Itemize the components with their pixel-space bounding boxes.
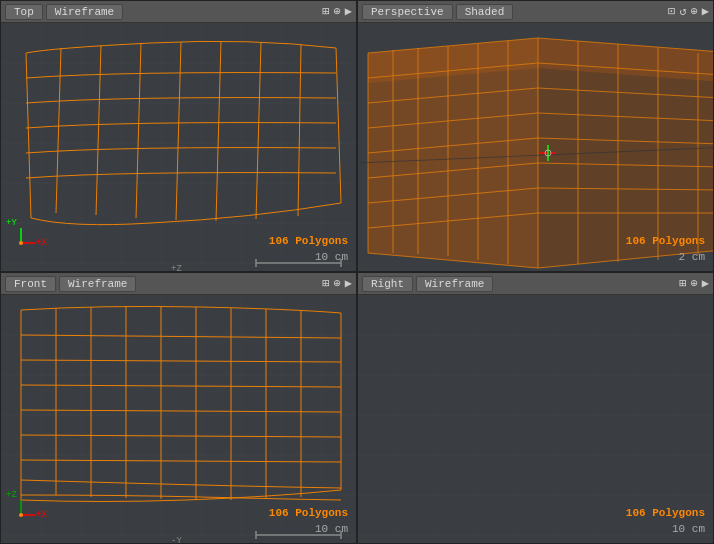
zoom-icon[interactable]: ⊕ bbox=[334, 4, 341, 19]
svg-point-93 bbox=[19, 513, 23, 517]
scale-right: 10 cm bbox=[672, 523, 705, 535]
scale-top: 10 cm bbox=[315, 251, 348, 263]
header-icons-top: ⊞ ⊕ ▶ bbox=[322, 4, 352, 19]
maximize-icon[interactable]: ⊞ bbox=[322, 4, 329, 19]
svg-text:-Y: -Y bbox=[171, 536, 182, 543]
svg-rect-100 bbox=[358, 295, 713, 543]
svg-rect-76 bbox=[1, 295, 356, 543]
view-name-top[interactable]: Top bbox=[5, 4, 43, 20]
canvas-perspective: 106 Polygons 2 cm bbox=[358, 23, 713, 271]
zoom-icon-p[interactable]: ⊕ bbox=[691, 4, 698, 19]
scale-perspective: 2 cm bbox=[679, 251, 705, 263]
svg-text:+Z: +Z bbox=[171, 264, 182, 271]
svg-text:+X: +X bbox=[36, 510, 47, 520]
viewport-header-right: Right Wireframe ⊞ ⊕ ▶ bbox=[358, 273, 713, 295]
refresh-icon[interactable]: ↺ bbox=[679, 4, 686, 19]
viewport-grid: Top Wireframe ⊞ ⊕ ▶ bbox=[0, 0, 714, 544]
view-mode-front[interactable]: Wireframe bbox=[59, 276, 136, 292]
menu-icon[interactable]: ▶ bbox=[345, 4, 352, 19]
zoom-icon-f[interactable]: ⊕ bbox=[334, 276, 341, 291]
viewport-front[interactable]: Front Wireframe ⊞ ⊕ ▶ bbox=[0, 272, 357, 544]
viewport-top[interactable]: Top Wireframe ⊞ ⊕ ▶ bbox=[0, 0, 357, 272]
maximize-icon-r[interactable]: ⊞ bbox=[679, 276, 686, 291]
menu-icon-p[interactable]: ▶ bbox=[702, 4, 709, 19]
header-icons-perspective: ⊡ ↺ ⊕ ▶ bbox=[668, 4, 709, 19]
header-icons-right: ⊞ ⊕ ▶ bbox=[679, 276, 709, 291]
svg-text:+X: +X bbox=[36, 238, 47, 248]
view-mode-top[interactable]: Wireframe bbox=[46, 4, 123, 20]
polygons-front: 106 Polygons bbox=[269, 507, 348, 519]
svg-text:+Y: +Y bbox=[6, 218, 17, 228]
polygons-perspective: 106 Polygons bbox=[626, 235, 705, 247]
view-name-front[interactable]: Front bbox=[5, 276, 56, 292]
camera-icon[interactable]: ⊡ bbox=[668, 4, 675, 19]
header-icons-front: ⊞ ⊕ ▶ bbox=[322, 276, 352, 291]
menu-icon-r[interactable]: ▶ bbox=[702, 276, 709, 291]
svg-text:+Z: +Z bbox=[6, 490, 17, 500]
canvas-top: +X +Y +Z 106 Polygons 10 cm bbox=[1, 23, 356, 271]
viewport-header-perspective: Perspective Shaded ⊡ ↺ ⊕ ▶ bbox=[358, 1, 713, 23]
viewport-header-top: Top Wireframe ⊞ ⊕ ▶ bbox=[1, 1, 356, 23]
view-name-perspective[interactable]: Perspective bbox=[362, 4, 453, 20]
scale-front: 10 cm bbox=[315, 523, 348, 535]
zoom-icon-r[interactable]: ⊕ bbox=[691, 276, 698, 291]
canvas-front: +X +Z -Y 106 Polygons 10 cm bbox=[1, 295, 356, 543]
viewport-right[interactable]: Right Wireframe ⊞ ⊕ ▶ bbox=[357, 272, 714, 544]
polygons-right: 106 Polygons bbox=[626, 507, 705, 519]
view-mode-right[interactable]: Wireframe bbox=[416, 276, 493, 292]
viewport-perspective[interactable]: Perspective Shaded ⊡ ↺ ⊕ ▶ bbox=[357, 0, 714, 272]
polygons-top: 106 Polygons bbox=[269, 235, 348, 247]
svg-point-17 bbox=[19, 241, 23, 245]
canvas-right: +Y +Z -Y 106 Polygons 10 cm bbox=[358, 295, 713, 543]
view-mode-perspective[interactable]: Shaded bbox=[456, 4, 514, 20]
view-name-right[interactable]: Right bbox=[362, 276, 413, 292]
viewport-header-front: Front Wireframe ⊞ ⊕ ▶ bbox=[1, 273, 356, 295]
menu-icon-f[interactable]: ▶ bbox=[345, 276, 352, 291]
maximize-icon-f[interactable]: ⊞ bbox=[322, 276, 329, 291]
